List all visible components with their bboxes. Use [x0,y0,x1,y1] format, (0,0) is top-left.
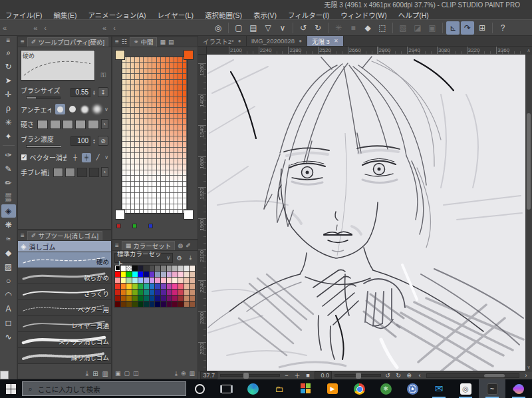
vertical-scrollbar-thumb[interactable] [527,113,531,210]
lasso-select-tool[interactable]: ρ [1,102,16,115]
panel-menu-icon[interactable]: ≡ [115,242,119,249]
palette-swatch[interactable] [138,272,144,277]
sub-tool-item-3[interactable]: ざっくり [18,284,111,300]
trash-icon[interactable]: ▥ [189,370,195,377]
aa-strong-option[interactable] [92,104,102,114]
density-slider[interactable] [26,145,61,148]
menu-item-5[interactable]: 表示(V) [253,10,277,20]
snap-ruler-icon[interactable]: ⊾ [446,21,460,35]
document-tab-2[interactable]: IMG_20200828● [247,36,307,46]
palette-swatch[interactable] [150,290,155,295]
taskbar-app-potplayer[interactable]: ▶ [319,379,346,398]
menu-item-7[interactable]: ウィンドウ(W) [340,10,386,20]
palette-swatch[interactable] [178,290,184,295]
palette-swatch[interactable] [161,278,166,283]
panel-collapse-mid[interactable]: «‹ [102,24,209,32]
palette-swatch[interactable] [144,301,149,307]
palette-swatch[interactable] [132,272,138,277]
scroll-left-arrow[interactable]: ‹ [416,372,424,379]
modified-dot-icon[interactable]: ● [299,38,302,44]
palette-swatch[interactable] [121,290,126,295]
palette-swatch[interactable] [161,272,166,277]
palette-swatch[interactable] [121,278,126,283]
palette-swatch[interactable] [138,290,144,295]
decoration-tool[interactable]: ❋ [1,218,16,232]
start-button[interactable] [0,379,22,398]
scroll-up-arrow[interactable]: ∧ [525,47,532,55]
palette-swatch[interactable] [167,290,172,295]
taskbar-app-chrome[interactable] [346,379,372,398]
chevron-down-icon[interactable]: ∨ [104,106,108,112]
palette-swatch[interactable] [184,301,190,307]
hardness-level-2[interactable] [50,120,61,129]
swap-color-icon[interactable]: ▢ [124,370,130,377]
palette-swatch[interactable] [132,290,138,295]
tool-strip-menu-icon[interactable]: ≡ [7,36,11,45]
corner-color-bottom-right[interactable] [184,210,194,220]
palette-swatch[interactable] [144,272,149,277]
add-icon[interactable]: ⊞ [92,370,98,377]
frame-border-tool[interactable]: ◠ [1,288,16,301]
menu-item-6[interactable]: フィルター(I) [288,10,329,20]
menu-item-2[interactable]: アニメーション(A) [88,10,146,20]
menu-item-4[interactable]: 選択範囲(S) [205,10,242,20]
stabilization-level-3[interactable] [77,168,87,177]
hardness-level-1[interactable] [37,120,48,129]
hardness-level-4[interactable] [75,120,86,129]
operation-tool[interactable]: ➤ [1,74,16,87]
palette-swatch[interactable] [178,278,184,283]
brush-size-slider[interactable] [26,97,61,99]
palette-swatch[interactable] [172,301,178,307]
hardness-level-3[interactable] [63,120,73,129]
rotate-value[interactable]: 0.0 [315,371,332,379]
density-value[interactable]: 100 [70,136,90,146]
palette-swatch[interactable] [144,290,149,295]
text-tool[interactable]: A [1,302,16,315]
replace-color-icon[interactable]: ▣ [115,370,121,377]
palette-swatch[interactable] [121,296,126,301]
palette-swatch[interactable] [126,301,132,307]
density-pressure-button[interactable]: ⊘ [98,136,108,146]
select-border-icon[interactable]: ▣ [426,21,439,35]
palette-swatch[interactable] [172,272,178,277]
modified-dot-icon[interactable]: ● [238,38,241,44]
document-tab-1[interactable]: イラスト2*● [198,36,247,46]
palette-swatch[interactable] [132,301,138,307]
chevron-down-icon[interactable]: ∨ [104,154,108,160]
undo-icon[interactable]: ↺ [297,21,310,35]
add-color-icon[interactable]: ⊕ [181,370,186,377]
scroll-right-arrow[interactable]: › [522,372,530,379]
palette-swatch[interactable] [155,284,160,289]
palette-swatch[interactable] [172,290,178,295]
taskbar-app-clip-studio[interactable]: ◎ [452,379,479,398]
aa-mid-option[interactable] [80,104,90,114]
delete-selection-icon[interactable]: ✳ [332,21,345,35]
auto-select-tool[interactable]: ✳ [1,116,16,129]
document-tab-3[interactable]: 无限 3✕ [307,36,344,46]
palette-swatch[interactable] [115,266,120,271]
palette-swatch[interactable] [178,284,184,289]
gradient-tool[interactable]: ▨ [1,260,16,274]
palette-swatch[interactable] [172,296,178,301]
sub-tool-tab[interactable]: ✐ サブツール[消しゴム] [27,231,102,240]
vector-erase-intersect-option[interactable]: ╪ [82,153,91,162]
palette-swatch[interactable] [167,278,172,283]
palette-swatch[interactable] [138,284,144,289]
taskbar-app-clip-studio-paint[interactable]: ~ [479,379,505,398]
palette-swatch[interactable] [132,278,138,283]
snap-grid-icon[interactable]: ⊞ [475,21,489,35]
palette-swatch[interactable] [155,272,160,277]
palette-swatch[interactable] [190,296,195,301]
sub-tool-item-4[interactable]: ベクター用 [18,300,111,316]
palette-swatch[interactable] [190,278,195,283]
palette-swatch[interactable] [126,272,132,277]
taskbar-app-microsoft-store[interactable] [293,379,319,398]
hardness-expand-button[interactable]: › [101,119,108,129]
brush-size-stepper[interactable]: ▲▼ [92,90,96,95]
palette-swatch[interactable] [161,296,166,301]
help-icon[interactable]: ? [496,21,509,35]
crop-icon[interactable]: ⬚ [376,21,389,35]
import-icon[interactable]: ⤓ [175,370,178,377]
rotate-cw-button[interactable]: ↻ [394,372,402,379]
color-set-dropdown[interactable]: 標準カラーセット ∨ [114,253,173,263]
